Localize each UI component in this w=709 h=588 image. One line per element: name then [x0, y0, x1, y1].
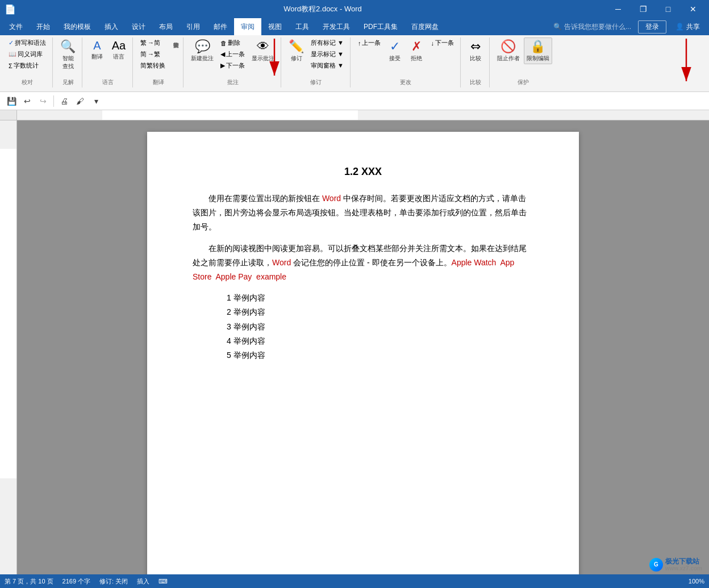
ribbon-btn-show-comments[interactable]: 👁 显示批注 — [249, 37, 277, 64]
ribbon-group-compare: ⇔ 比较 比较 — [462, 37, 490, 87]
ribbon-btn-compare[interactable]: ⇔ 比较 — [465, 37, 486, 64]
menu-pdf[interactable]: PDF工具集 — [357, 18, 404, 35]
ribbon-btn-review-pane[interactable]: 审阅窗格 ▼ — [308, 60, 347, 71]
share-label: 共享 — [686, 22, 700, 32]
spell-icon: ✓ — [9, 39, 14, 47]
compare-icon: ⇔ — [470, 39, 481, 54]
ribbon-btn-restrict-edit[interactable]: 🔒 限制编辑 — [524, 37, 552, 64]
word-count: 2169 个字 — [62, 577, 91, 586]
document-scroll-area[interactable]: 1.2 XXX 使用在需要位置出现的新按钮在 Word 中保存时间。若要更改图片… — [17, 120, 709, 574]
book-icon: 📖 — [9, 51, 16, 58]
ribbon-btn-new-comment[interactable]: 💬 新建批注 — [188, 37, 216, 64]
menu-design[interactable]: 设计 — [125, 18, 152, 35]
menu-bar: 文件 开始 我的模板 插入 设计 布局 引用 邮件 审阅 视图 工具 开发工具 … — [0, 18, 709, 35]
ribbon-group-tracking: ✏️ 修订 所有标记 ▼ 显示标记 ▼ 审阅窗格 ▼ — [282, 37, 351, 87]
ribbon-btn-block-author[interactable]: 🚫 阻止作者 — [494, 37, 523, 64]
menu-view[interactable]: 视图 — [261, 18, 289, 35]
list-item-1: 1 举例内容 — [227, 291, 533, 305]
ribbon-btn-trad-simple[interactable]: 繁→简 — [137, 37, 168, 48]
ribbon-btn-all-markup[interactable]: 所有标记 ▼ — [308, 37, 347, 48]
ribbon-btn-show-markup[interactable]: 显示标记 ▼ — [308, 49, 347, 60]
group-label-compare: 比较 — [465, 78, 486, 86]
keyboard-icon: ⌨ — [159, 578, 168, 585]
ribbon-btn-language[interactable]: Aa 语言 — [109, 37, 129, 62]
minimize-button[interactable]: ─ — [607, 1, 629, 17]
menu-layout[interactable]: 布局 — [152, 18, 180, 35]
menu-developer[interactable]: 开发工具 — [316, 18, 357, 35]
ribbon-btn-prev-comment[interactable]: ◀上一条 — [218, 49, 248, 60]
restrict-edit-icon: 🔒 — [530, 39, 545, 54]
ribbon-btn-simple-trad[interactable]: 简→繁 — [137, 49, 168, 60]
menu-baidu[interactable]: 百度网盘 — [404, 18, 445, 35]
list-item-3: 3 举例内容 — [227, 320, 533, 334]
resize-button[interactable]: ❐ — [632, 1, 654, 17]
format-painter-icon: 🖌 — [76, 97, 84, 106]
undo-icon: ↩ — [24, 97, 31, 106]
next-change-icon: ↓ — [431, 40, 434, 47]
format-painter-button[interactable]: 🖌 — [73, 94, 87, 108]
title-bar-icon: 📄 — [5, 4, 16, 15]
example-text: example — [256, 272, 286, 281]
zoom-level: 100% — [689, 578, 704, 585]
new-comment-icon: 💬 — [195, 39, 210, 54]
group-label-comments: 批注 — [188, 78, 277, 86]
menu-tools[interactable]: 工具 — [289, 18, 316, 35]
group-label-insight: 见解 — [57, 78, 78, 86]
watermark-site: 极光下载站 — [665, 557, 702, 565]
redo-icon: ↪ — [40, 97, 47, 106]
save-button[interactable]: 💾 — [5, 94, 18, 108]
word-inline-2: Word — [272, 258, 291, 267]
group-label-changes: 更改 — [355, 78, 457, 86]
ribbon-btn-accept[interactable]: ✓ 接受 — [385, 37, 405, 64]
close-button[interactable]: ✕ — [682, 1, 704, 17]
watermark-logo: G — [649, 558, 663, 572]
customize-button[interactable]: ▾ — [89, 94, 103, 108]
menu-review[interactable]: 审阅 — [234, 18, 261, 35]
ribbon-btn-convert[interactable]: 简繁转换 — [137, 60, 168, 71]
ribbon-btn-prev-change[interactable]: ↑上一条 — [355, 37, 384, 48]
list-item-2: 2 举例内容 — [227, 305, 533, 319]
ribbon-btn-next-comment[interactable]: ▶下一条 — [218, 60, 248, 71]
menu-template[interactable]: 我的模板 — [57, 18, 98, 35]
ribbon-btn-synonym[interactable]: 📖 同义词库 — [6, 49, 49, 60]
title-bar-title: Word教程2.docx - Word — [39, 4, 607, 14]
undo-button[interactable]: ↩ — [20, 94, 34, 108]
ribbon-btn-translate[interactable]: A 翻译 — [87, 37, 107, 62]
group-label-language: 语言 — [87, 78, 129, 86]
menu-mail[interactable]: 邮件 — [207, 18, 234, 35]
ribbon-btn-smartlookup[interactable]: 🔍 智能查找 — [57, 37, 78, 72]
prev-change-icon: ↑ — [358, 40, 361, 47]
list-item-5: 5 举例内容 — [227, 348, 533, 362]
horizontal-ruler — [17, 110, 709, 120]
count-icon: Σ — [9, 62, 12, 69]
ribbon-btn-spell[interactable]: ✓ 拼写和语法 — [6, 37, 49, 48]
ribbon-btn-track[interactable]: ✏️ 修订 — [286, 37, 307, 64]
print-icon: 🖨 — [60, 97, 68, 106]
track-changes-status: 修订: 关闭 — [99, 577, 128, 586]
simple-trad-icon: 简 — [140, 50, 147, 59]
search-hint-text: 告诉我您想要做什么... — [564, 22, 631, 32]
search-icon: 🔍 — [553, 23, 562, 31]
share-icon: 👤 — [675, 23, 684, 31]
redo-button[interactable]: ↪ — [36, 94, 50, 108]
title-bar: 📄 Word教程2.docx - Word ─ ❐ □ ✕ — [0, 0, 709, 18]
customize-icon: ▾ — [94, 97, 98, 106]
login-button[interactable]: 登录 — [638, 20, 666, 34]
ribbon-group-protect: 🚫 阻止作者 🔒 限制编辑 保护 — [491, 37, 556, 87]
restore-button[interactable]: □ — [657, 1, 679, 17]
ribbon-group-simplify: 繁→简 简→繁 简繁转换 中文简繁转换 翻译 — [134, 37, 183, 87]
print-preview-button[interactable]: 🖨 — [57, 94, 71, 108]
ribbon-btn-next-change[interactable]: ↓下一条 — [428, 37, 457, 48]
ribbon-btn-wordcount[interactable]: Σ 字数统计 — [6, 60, 49, 71]
svg-rect-3 — [0, 149, 17, 478]
menu-home[interactable]: 开始 — [30, 18, 57, 35]
menu-references[interactable]: 引用 — [180, 18, 207, 35]
menu-insert[interactable]: 插入 — [98, 18, 125, 35]
ribbon-btn-delete-comment[interactable]: 🗑删除 — [218, 37, 248, 48]
share-button[interactable]: 👤 共享 — [669, 22, 707, 32]
document-heading: 1.2 XXX — [193, 166, 533, 178]
menu-file[interactable]: 文件 — [2, 18, 30, 35]
ribbon-btn-reject[interactable]: ✗ 拒绝 — [406, 37, 427, 64]
svg-rect-1 — [102, 110, 358, 120]
watermark-url: www.xz7.com — [665, 565, 702, 572]
